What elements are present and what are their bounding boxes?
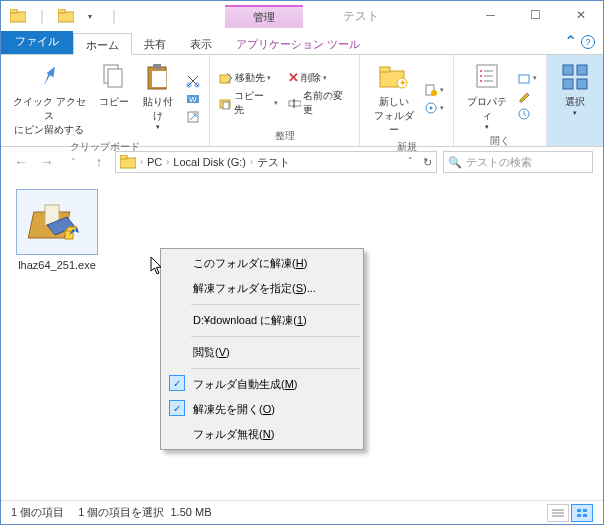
details-view-button[interactable] [547, 504, 569, 522]
svg-rect-36 [563, 65, 573, 75]
maximize-button[interactable]: ☐ [513, 1, 558, 29]
refresh-icon[interactable]: ↻ [423, 156, 432, 169]
menu-extract-path[interactable]: D:¥download に解凍(1) [163, 308, 361, 333]
copy-to-icon [219, 96, 232, 110]
window-title: テスト [343, 8, 379, 25]
search-placeholder: テストの検索 [466, 155, 532, 170]
check-icon: ✓ [169, 375, 185, 391]
thumbnails-view-button[interactable] [571, 504, 593, 522]
tab-home[interactable]: ホーム [73, 33, 132, 55]
svg-rect-17 [289, 101, 301, 106]
pin-icon [33, 61, 65, 93]
cut-button[interactable] [183, 73, 203, 89]
svg-point-26 [429, 107, 432, 110]
group-label: 整理 [216, 128, 354, 144]
svg-rect-49 [577, 514, 581, 517]
address-bar[interactable]: › PC › Local Disk (G:) › テスト ˅ ↻ [115, 151, 437, 173]
delete-button[interactable]: ✕削除▾ [285, 69, 354, 86]
menu-separator [191, 368, 360, 369]
svg-rect-8 [153, 64, 161, 69]
crumb-pc[interactable]: PC [147, 156, 162, 168]
history-icon [517, 107, 531, 121]
tab-share[interactable]: 共有 [132, 32, 178, 54]
qat-separator: | [103, 5, 125, 27]
pin-to-quick-access-button[interactable]: クイック アクセス にピン留めする [7, 59, 92, 139]
easy-access-button[interactable]: ▾ [421, 100, 447, 116]
new-item-button[interactable]: ▾ [421, 82, 447, 98]
select-button[interactable]: 選択▾ [553, 59, 597, 131]
svg-text:✦: ✦ [399, 78, 407, 88]
back-button[interactable]: ← [11, 152, 31, 172]
crumb-disk[interactable]: Local Disk (G:) [173, 156, 246, 168]
open-button[interactable]: ▾ [514, 70, 540, 86]
context-tab[interactable]: 管理 [225, 5, 303, 28]
file-thumbnail [16, 189, 98, 255]
svg-text:W: W [189, 95, 197, 104]
address-dropdown-icon[interactable]: ˅ [408, 156, 413, 169]
status-size: 1.50 MB [171, 506, 212, 518]
up-button[interactable]: ↑ [89, 152, 109, 172]
tab-file[interactable]: ファイル [1, 30, 73, 54]
easy-access-icon [424, 101, 438, 115]
close-button[interactable]: ✕ [558, 1, 603, 29]
menu-ignore-folder[interactable]: フォルダ無視(N) [163, 422, 361, 447]
minimize-button[interactable]: ─ [468, 1, 513, 29]
new-item-icon [424, 83, 438, 97]
svg-rect-16 [223, 102, 229, 109]
svg-point-28 [480, 70, 482, 72]
group-label [553, 131, 597, 144]
file-item[interactable]: lhaz64_251.exe [13, 189, 101, 271]
history-button[interactable] [514, 106, 540, 122]
svg-rect-48 [583, 509, 587, 512]
group-open: プロパティ▾ ▾ 開く [454, 55, 547, 146]
edit-button[interactable] [514, 88, 540, 104]
menu-open-dest[interactable]: ✓解凍先を開く(O) [163, 397, 361, 422]
paste-shortcut-button[interactable] [183, 109, 203, 125]
rename-icon [288, 96, 301, 110]
search-box[interactable]: 🔍 テストの検索 [443, 151, 593, 173]
recent-button[interactable]: ˅ [63, 152, 83, 172]
menu-auto-folder[interactable]: ✓フォルダ自動生成(M) [163, 372, 361, 397]
copy-button[interactable]: コピー [92, 59, 136, 139]
group-select: 選択▾ [547, 55, 603, 146]
qat-separator: | [31, 5, 53, 27]
qat-overflow-icon[interactable]: ▾ [79, 5, 101, 27]
forward-button[interactable]: → [37, 152, 57, 172]
paste-button[interactable]: 貼り付け▾ [136, 59, 181, 139]
rename-button[interactable]: 名前の変更 [285, 88, 354, 118]
help-icon: ? [581, 35, 595, 49]
window-controls: ─ ☐ ✕ [468, 1, 603, 29]
tab-app-tools[interactable]: アプリケーション ツール [224, 32, 372, 54]
status-selected-count: 1 個の項目を選択 [78, 506, 164, 518]
chevron-right-icon[interactable]: › [166, 157, 169, 167]
path-icon: W [186, 92, 200, 106]
crumb-folder[interactable]: テスト [257, 155, 290, 170]
titlebar: | ▾ | 管理 テスト ─ ☐ ✕ [1, 1, 603, 31]
status-item-count: 1 個の項目 [11, 505, 64, 520]
folder-icon[interactable] [55, 5, 77, 27]
move-to-button[interactable]: 移動先▾ [216, 70, 281, 86]
new-folder-button[interactable]: ✦ 新しい フォルダー [366, 59, 420, 139]
address-bar-row: ← → ˅ ↑ › PC › Local Disk (G:) › テスト ˅ ↻… [1, 147, 603, 177]
menu-extract-here[interactable]: このフォルダに解凍(H) [163, 251, 361, 276]
quick-access-toolbar: | ▾ | [1, 5, 125, 27]
svg-rect-47 [577, 509, 581, 512]
chevron-right-icon[interactable]: › [250, 157, 253, 167]
svg-rect-1 [10, 9, 17, 13]
status-bar: 1 個の項目 1 個の項目を選択 1.50 MB [1, 500, 603, 524]
menu-extract-to[interactable]: 解凍フォルダを指定(S)... [163, 276, 361, 301]
copy-path-button[interactable]: W [183, 91, 203, 107]
chevron-up-icon: ⌃ [564, 32, 577, 51]
copy-to-button[interactable]: コピー先▾ [216, 88, 281, 118]
folder-icon[interactable] [7, 5, 29, 27]
chevron-right-icon[interactable]: › [140, 157, 143, 167]
properties-button[interactable]: プロパティ▾ [460, 59, 514, 133]
menu-browse[interactable]: 閲覧(V) [163, 340, 361, 365]
delete-icon: ✕ [288, 70, 299, 85]
search-icon: 🔍 [448, 156, 462, 169]
shortcut-icon [186, 110, 200, 124]
ribbon-collapse[interactable]: ⌃? [556, 29, 603, 54]
tab-view[interactable]: 表示 [178, 32, 224, 54]
svg-rect-20 [380, 67, 390, 72]
properties-icon [471, 61, 503, 93]
